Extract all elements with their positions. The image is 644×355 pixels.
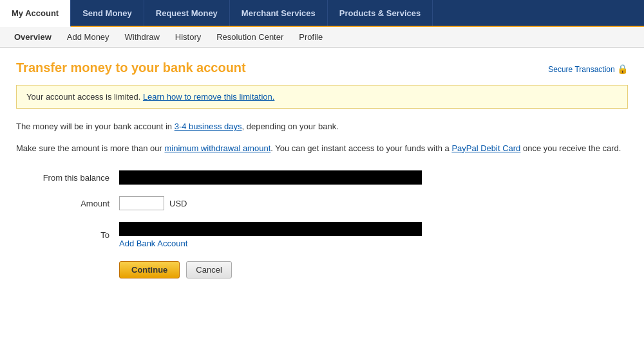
- secure-transaction-link[interactable]: Secure Transaction 🔒: [548, 64, 628, 74]
- body-text-1: The money will be in your bank account i…: [16, 120, 628, 133]
- warning-link[interactable]: Learn how to remove this limitation.: [143, 92, 274, 102]
- amount-control: USD: [119, 196, 187, 210]
- from-label: From this balance: [16, 173, 119, 183]
- main-content: Secure Transaction 🔒 Transfer money to y…: [0, 48, 644, 291]
- title-row: Secure Transaction 🔒 Transfer money to y…: [16, 60, 628, 85]
- topnav-item-send-money[interactable]: Send Money: [71, 0, 144, 26]
- secnav-item-add-money[interactable]: Add Money: [59, 27, 117, 47]
- add-bank-account-link[interactable]: Add Bank Account: [119, 239, 422, 248]
- cancel-button[interactable]: Cancel: [186, 261, 231, 278]
- sec-nav: Overview Add Money Withdraw History Reso…: [0, 27, 644, 48]
- btn-row: Continue Cancel: [119, 261, 628, 278]
- secnav-item-overview[interactable]: Overview: [6, 27, 59, 47]
- topnav-item-products-services[interactable]: Products & Services: [328, 0, 433, 26]
- secnav-item-history[interactable]: History: [167, 27, 209, 47]
- body-text-2-mid: . You can get instant access to your fun…: [270, 143, 451, 153]
- usd-label: USD: [169, 199, 187, 208]
- continue-button[interactable]: Continue: [119, 261, 180, 278]
- top-nav: My Account Send Money Request Money Merc…: [0, 0, 644, 27]
- body-text-2-after: once you receive the card.: [520, 143, 621, 153]
- body-text-2-before: Make sure the amount is more than our: [16, 143, 165, 153]
- page-title: Transfer money to your bank account: [16, 60, 628, 75]
- minimum-withdrawal-link[interactable]: minimum withdrawal amount: [165, 143, 271, 153]
- form-row-amount: Amount USD: [16, 196, 628, 210]
- topnav-item-my-account[interactable]: My Account: [0, 0, 71, 27]
- form-row-from: From this balance: [16, 170, 628, 185]
- to-account-value: [119, 222, 422, 236]
- amount-label: Amount: [16, 199, 119, 208]
- paypal-debit-card-link[interactable]: PayPal Debit Card: [451, 143, 520, 153]
- business-days-link[interactable]: 3-4 business days: [175, 122, 242, 131]
- secnav-item-resolution-center[interactable]: Resolution Center: [209, 27, 291, 47]
- topnav-item-request-money[interactable]: Request Money: [144, 0, 230, 26]
- secnav-item-withdraw[interactable]: Withdraw: [117, 27, 167, 47]
- warning-text: Your account access is limited.: [26, 92, 143, 102]
- to-label: To: [16, 230, 119, 240]
- warning-box: Your account access is limited. Learn ho…: [16, 85, 628, 109]
- from-balance-value: [119, 170, 422, 185]
- form-section: From this balance Amount USD To Add Bank…: [16, 170, 628, 248]
- topnav-item-merchant-services[interactable]: Merchant Services: [230, 0, 328, 26]
- amount-input[interactable]: [119, 196, 164, 210]
- body-text-2: Make sure the amount is more than our mi…: [16, 142, 628, 155]
- body-text-1-after: , depending on your bank.: [242, 122, 338, 131]
- body-text-1-before: The money will be in your bank account i…: [16, 122, 175, 131]
- from-control: [119, 170, 422, 185]
- lock-icon: 🔒: [617, 64, 628, 74]
- secure-transaction-label: Secure Transaction: [548, 65, 614, 74]
- to-control: Add Bank Account: [119, 222, 422, 248]
- secnav-item-profile[interactable]: Profile: [291, 27, 330, 47]
- form-row-to: To Add Bank Account: [16, 222, 628, 248]
